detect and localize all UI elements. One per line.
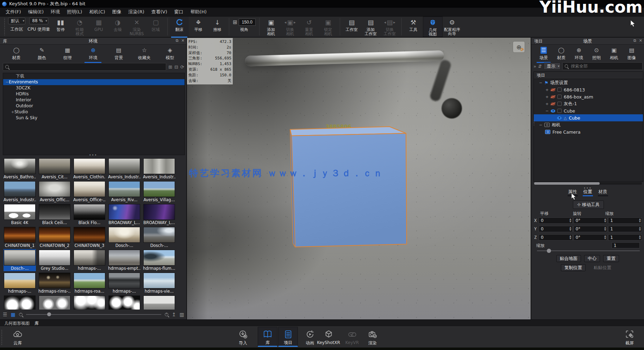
add-folder-icon[interactable]: ⊞: [168, 64, 172, 70]
collapse-all-icon[interactable]: »: [533, 64, 536, 69]
environment-thumbnail-hdrmaps-rims-...[interactable]: hdrmaps-rims-...: [38, 272, 71, 294]
environment-thumbnail-CHINATOWN_3[interactable]: CHINATOWN_3: [73, 226, 106, 248]
visibility-on-icon[interactable]: [551, 109, 555, 113]
thumbnail-zoom-slider[interactable]: [26, 314, 161, 315]
environment-thumbnail-Dosch-...[interactable]: Dosch-...: [143, 226, 175, 248]
list-view-icon[interactable]: ☰: [3, 312, 7, 317]
button-重置[interactable]: 重置: [603, 255, 619, 262]
transform-field-Y-2[interactable]: 1▲▼: [608, 226, 642, 232]
tree-expander-icon[interactable]: +: [545, 95, 549, 99]
toolbar-button-add-studio[interactable]: ▤添加 工作室: [361, 17, 380, 37]
environment-thumbnail[interactable]: [108, 295, 140, 310]
tree-expander-icon[interactable]: −: [545, 109, 549, 113]
uniform-scale-field[interactable]: 1: [612, 242, 640, 248]
environment-thumbnail[interactable]: [73, 295, 106, 310]
strip-tab-库[interactable]: 库: [34, 320, 39, 327]
dock-item-KeyShotXR[interactable]: KeyShotXR: [319, 329, 338, 345]
transform-field-Z-2[interactable]: 1▲▼: [608, 234, 642, 241]
spinner-icon[interactable]: ▲▼: [569, 235, 571, 240]
toolbar-button-tools[interactable]: ⚒工具: [404, 17, 423, 37]
project-popout-icon[interactable]: ⧉: [633, 38, 636, 43]
project-close-icon[interactable]: ✕: [639, 38, 642, 43]
environment-thumbnail-hdrmaps-...[interactable]: hdrmaps-...: [73, 249, 106, 271]
spinner-icon[interactable]: ▲▼: [639, 227, 641, 231]
dock-item-导入[interactable]: 导入: [233, 329, 253, 346]
environment-thumbnail-Basic 4K[interactable]: Basic 4K: [4, 203, 36, 225]
library-tab-纹理[interactable]: ▦纹理: [58, 47, 77, 63]
environment-thumbnail[interactable]: [38, 295, 71, 310]
scene-tree-item-Cube[interactable]: −Cube: [534, 107, 643, 114]
transform-field-Y-0[interactable]: 0▲▼: [539, 226, 573, 232]
strip-tab-几何图形视图[interactable]: 几何图形视图: [4, 320, 30, 327]
toolbar-button-dolly[interactable]: ↓推移: [208, 17, 227, 37]
zoom-out-icon[interactable]: −: [19, 313, 23, 316]
visibility-off-icon[interactable]: [551, 88, 555, 91]
transform-field-Z-0[interactable]: 0▲▼: [539, 234, 573, 241]
thumbnail-zoom-knob[interactable]: [47, 312, 51, 316]
menu-item-窗口[interactable]: 窗口: [171, 8, 187, 16]
menu-item-图像[interactable]: 图像: [109, 8, 125, 16]
environment-thumbnail-hdrmaps-roa...[interactable]: hdrmaps-roa...: [73, 272, 106, 294]
environment-thumbnail-BROADWAY_L...[interactable]: BROADWAY_L...: [143, 203, 175, 225]
transform-field-Y-1[interactable]: 0°▲▼: [574, 226, 607, 232]
cpu-dropdown[interactable]: 88 %: [29, 18, 48, 24]
upload-icon[interactable]: ↥: [172, 312, 176, 317]
project-tab-场景[interactable]: ☰场景: [536, 47, 551, 63]
dock-item-项目[interactable]: 项目: [278, 327, 298, 347]
project-tab-相机[interactable]: ▣相机: [606, 47, 622, 63]
scene-tree-hscrollbar[interactable]: [534, 182, 642, 185]
move-tool-button[interactable]: ✣ 移动工具: [573, 201, 604, 209]
dock-item-KeyVR[interactable]: KeyVR: [342, 329, 362, 345]
uniform-scale-knob[interactable]: [547, 249, 551, 253]
folder-icon[interactable]: ▥: [180, 312, 184, 317]
transform-field-X-0[interactable]: 0▲▼: [539, 217, 573, 224]
tree-expander-icon[interactable]: −: [5, 79, 9, 85]
library-tab-环境[interactable]: ⊕环境: [84, 47, 102, 63]
project-tab-材质[interactable]: ◯材质: [554, 47, 569, 63]
environment-thumbnail-hdrmaps-...[interactable]: hdrmaps-...: [108, 272, 140, 294]
spinner-icon[interactable]: ▲▼: [604, 218, 606, 223]
toolbar-button-studio[interactable]: ▤工作室: [342, 17, 361, 37]
environment-thumbnail-Aversis_Villag...[interactable]: Aversis_Villag...: [143, 180, 175, 203]
environment-thumbnail-Aversis_Cit...[interactable]: Aversis_Cit...: [38, 158, 71, 180]
selected-cube-object[interactable]: [287, 124, 409, 251]
toolbar-drag-handle[interactable]: [4, 18, 6, 36]
zoom-in-icon[interactable]: +: [165, 313, 168, 316]
button-贴合地面[interactable]: 贴合地面: [556, 255, 581, 262]
environment-thumbnail[interactable]: [4, 295, 36, 310]
property-tab-材质[interactable]: 材质: [599, 189, 607, 196]
library-tree-item-Interior[interactable]: Interior: [3, 97, 185, 103]
property-tab-位置[interactable]: 位置: [583, 189, 592, 196]
transform-field-X-2[interactable]: 1▲▼: [608, 217, 642, 224]
transform-field-Z-1[interactable]: 0°▲▼: [574, 234, 607, 241]
toolbar-button-geometry-view[interactable]: 几何 视图: [423, 17, 443, 37]
workspace-dropdown[interactable]: 默认: [8, 18, 25, 24]
dock-drag-handle[interactable]: [1, 330, 3, 345]
environment-thumbnail-Aversis_Clothin...[interactable]: Aversis_Clothin...: [73, 158, 106, 180]
visibility-on-icon[interactable]: [557, 116, 562, 120]
environment-thumbnail-Aversis_Industr...[interactable]: Aversis_Industr...: [108, 158, 140, 180]
project-search-box[interactable]: [562, 62, 643, 70]
menu-item-查看(V)[interactable]: 查看(V): [148, 8, 171, 16]
library-tree-item-Sun & Sky[interactable]: Sun & Sky: [3, 115, 185, 121]
copy-position-button[interactable]: 复制位置: [561, 264, 586, 271]
menu-item-渲染(R)[interactable]: 渲染(R): [125, 8, 148, 16]
environment-thumbnail-Aversis_Bathro...[interactable]: Aversis_Bathro...: [4, 158, 36, 180]
toolbar-button-pan[interactable]: ↔↕平移: [189, 17, 208, 37]
menu-item-文件(F)[interactable]: 文件(F): [2, 8, 25, 16]
environment-thumbnail-CHINATOWN_2[interactable]: CHINATOWN_2: [38, 226, 71, 248]
environment-thumbnail-Black Ceili...[interactable]: Black Ceili...: [38, 203, 71, 225]
dock-item-渲染[interactable]: 渲染: [363, 329, 382, 346]
tree-expander-icon[interactable]: +: [545, 102, 549, 106]
fov-value-field[interactable]: [239, 19, 256, 26]
toolbar-button-add-camera[interactable]: ▣添加 相机: [262, 17, 281, 37]
import-folder-icon[interactable]: ⊟: [174, 64, 178, 70]
scene-tree-item-686-0813[interactable]: +686-0813: [534, 86, 643, 93]
toolbar-button-tumble[interactable]: 翻滚: [170, 17, 189, 37]
project-tab-图像[interactable]: ▤图像: [624, 47, 639, 63]
environment-thumbnail-hdrmaps-flum...[interactable]: hdrmaps-flum...: [143, 249, 175, 271]
scene-tree-item-686-box_asm[interactable]: +686-box_asm: [534, 93, 643, 100]
environment-thumbnail-hdrmaps-empt...[interactable]: hdrmaps-empt...: [108, 249, 140, 271]
library-tree-item-HDRIs[interactable]: HDRIs: [3, 91, 185, 97]
environment-thumbnail-Grey Studio...[interactable]: Grey Studio...: [38, 249, 71, 271]
